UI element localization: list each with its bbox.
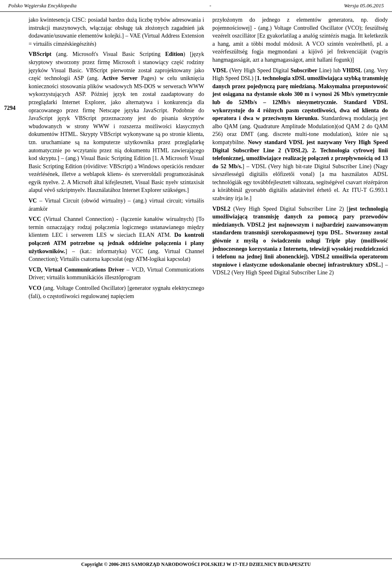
header-right: Wersja 05.06.2015	[344, 2, 384, 9]
left-column: jako kwintesencja CISC: posiadał bardzo …	[29, 16, 204, 554]
left-para-vco: VCO (ang. Voltage Controlled Oscillator)…	[29, 284, 204, 300]
header-center: -	[209, 2, 211, 9]
left-para-vc: VC – Virtual Circuit (obwód wirtualny) –…	[29, 197, 204, 213]
right-para-vdsl: VDSL (Very High Speed Digital Subscriber…	[212, 67, 388, 203]
page-footer: Copyright © 2006-2015 SAMORZĄD NARODOWOŚ…	[0, 559, 392, 570]
header-left: Polsko Węgierska Encyklopedia	[8, 2, 77, 9]
left-margin: 7294	[0, 16, 24, 554]
page-container: Polsko Węgierska Encyklopedia - Wersja 0…	[0, 0, 392, 570]
content-area: 7294 jako kwintesencja CISC: posiadał ba…	[0, 12, 392, 559]
columns: jako kwintesencja CISC: posiadał bardzo …	[24, 16, 392, 554]
right-para-1: przyłożonym do jednego z elementów gener…	[212, 16, 388, 64]
left-para-vbscript: VBScript (ang. Microsoft's Visual Basic …	[29, 50, 204, 194]
right-column: przyłożonym do jednego z elementów gener…	[212, 16, 388, 554]
page-header: Polsko Węgierska Encyklopedia - Wersja 0…	[0, 0, 392, 12]
left-para-vcd: VCD, Virtual Communications Driver – VCD…	[29, 266, 204, 282]
margin-number: 7294	[4, 105, 16, 111]
left-para-vcc: VCC (Virtual Channel Connection) - (łącz…	[29, 215, 204, 263]
footer-text: Copyright © 2006-2015 SAMORZĄD NARODOWOŚ…	[81, 561, 311, 567]
left-para-1: jako kwintesencja CISC: posiadał bardzo …	[29, 16, 204, 48]
right-para-vdsl2: VDSL2 (Very High Speed Digital Subscribe…	[212, 205, 388, 277]
